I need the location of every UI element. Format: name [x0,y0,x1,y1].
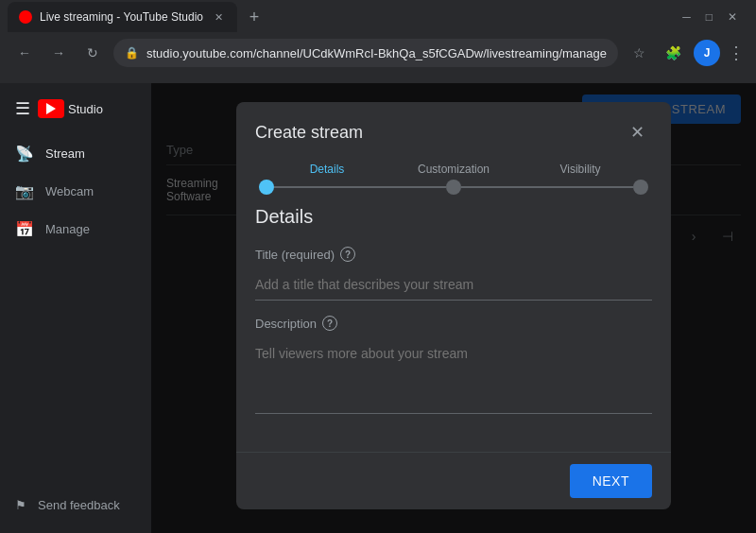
step-label-customization: Customization [416,163,491,176]
sidebar-item-stream[interactable]: 📡 Stream [0,134,144,172]
stepper-connector-1 [274,186,446,188]
url-bar[interactable]: 🔒 studio.youtube.com/channel/UCdkWmRcI-B… [113,39,618,67]
modal-body: Details Title (required) ? Description [236,206,671,452]
modal-header: Create stream ✕ [236,102,671,163]
sidebar-item-webcam[interactable]: 📷 Webcam [0,172,144,210]
sidebar: ☰ Studio 📡 Stream 📷 Webcam 📅 Manage [0,83,151,533]
step-label-visibility: Visibility [542,163,618,176]
description-field-label: Description ? [255,316,652,331]
account-avatar[interactable]: J [694,40,720,66]
window-controls: ─ □ ✕ [682,10,748,24]
feedback-label: Send feedback [38,498,120,512]
extension-icon[interactable]: 🧩 [660,40,686,66]
hamburger-icon[interactable]: ☰ [15,98,30,119]
back-button[interactable]: ← [11,40,38,66]
feedback-icon: ⚑ [15,498,26,512]
title-help-icon[interactable]: ? [340,247,355,262]
send-feedback-button[interactable]: ⚑ Send feedback [0,489,151,522]
close-window-button[interactable]: ✕ [728,10,737,24]
webcam-icon: 📷 [15,181,34,200]
studio-label: Studio [68,102,103,116]
stepper-labels: Details Customization Visibility [259,163,648,176]
youtube-logo-icon [38,99,64,118]
step-label-details: Details [289,163,365,176]
manage-label: Manage [45,222,90,236]
maximize-button[interactable]: □ [706,10,713,24]
modal-backdrop: Create stream ✕ Details Customization Vi… [151,83,756,533]
minimize-button[interactable]: ─ [682,10,691,24]
modal-title: Create stream [255,123,363,143]
tab-favicon [19,10,32,24]
youtube-logo: Studio [38,99,103,118]
description-help-icon[interactable]: ? [322,316,337,331]
stream-label: Stream [45,146,85,161]
create-stream-modal: Create stream ✕ Details Customization Vi… [236,102,671,509]
step-dot-visibility [633,180,648,195]
active-tab[interactable]: Live streaming - YouTube Studio ✕ [8,2,237,32]
bookmark-icon[interactable]: ☆ [626,40,652,66]
manage-icon: 📅 [15,219,34,238]
stepper-container: Details Customization Visibility [236,163,671,206]
webcam-label: Webcam [45,184,94,198]
sidebar-footer: ⚑ Send feedback [0,489,151,533]
description-field-group: Description ? [255,316,652,418]
next-button[interactable]: NEXT [570,464,652,498]
youtube-play-icon [46,103,56,114]
title-label-text: Title (required) [255,248,335,262]
lock-icon: 🔒 [125,46,139,60]
main-content: SCHEDULE STREAM Type Da Streaming Softwa… [151,83,756,533]
sidebar-header[interactable]: ☰ Studio [0,91,151,127]
sidebar-navigation: 📡 Stream 📷 Webcam 📅 Manage [0,134,151,248]
title-field-group: Title (required) ? [255,247,652,301]
sidebar-item-manage[interactable]: 📅 Manage [0,210,144,248]
title-input[interactable] [255,269,652,301]
app-layout: ☰ Studio 📡 Stream 📷 Webcam 📅 Manage [0,83,756,533]
new-tab-button[interactable]: + [241,4,267,30]
stepper-connector-2 [461,186,633,188]
tab-title: Live streaming - YouTube Studio [40,10,203,24]
step-dot-customization [446,180,461,195]
stream-icon: 📡 [15,144,34,163]
refresh-button[interactable]: ↻ [79,40,106,66]
stepper-circles [259,180,648,195]
title-field-label: Title (required) ? [255,247,652,262]
browser-menu-button[interactable]: ⋮ [728,43,745,63]
url-actions: ☆ 🧩 J ⋮ [626,40,745,66]
browser-chrome: Live streaming - YouTube Studio ✕ + ─ □ … [0,0,756,83]
step-dot-details [259,180,274,195]
description-label-text: Description [255,317,317,331]
modal-close-button[interactable]: ✕ [622,117,652,147]
description-textarea[interactable] [255,338,652,414]
address-bar: ← → ↻ 🔒 studio.youtube.com/channel/UCdkW… [0,34,756,72]
section-title: Details [255,206,652,228]
tab-bar: Live streaming - YouTube Studio ✕ + ─ □ … [0,0,756,34]
forward-button[interactable]: → [45,40,72,66]
tab-close-button[interactable]: ✕ [211,9,226,25]
url-text: studio.youtube.com/channel/UCdkWmRcI-Bkh… [146,46,607,60]
modal-footer: NEXT [236,452,671,509]
